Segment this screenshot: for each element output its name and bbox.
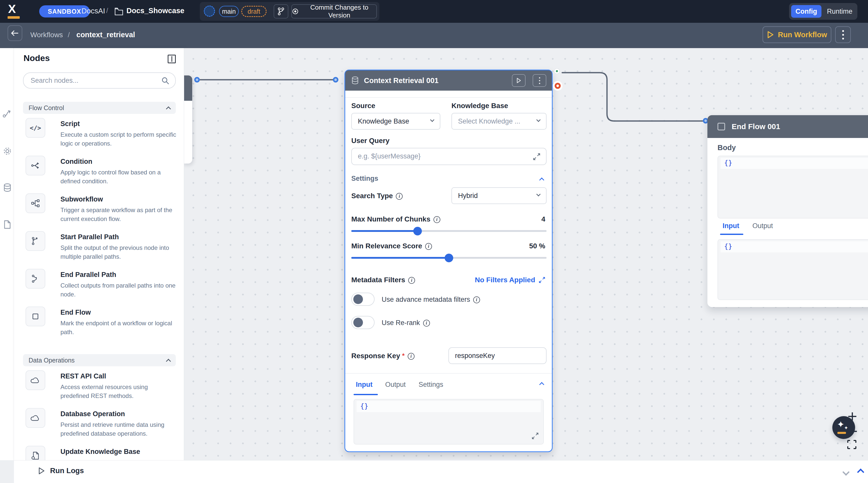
breadcrumb-separator: / bbox=[106, 7, 108, 15]
doc-update-icon bbox=[26, 446, 45, 460]
mode-toggle-group: Config Runtime bbox=[789, 3, 857, 20]
user-query-label: User Query bbox=[351, 137, 390, 145]
error-output-port[interactable] bbox=[553, 81, 562, 91]
info-icon[interactable]: i bbox=[408, 353, 414, 360]
database-icon bbox=[351, 76, 360, 85]
git-branch-button[interactable] bbox=[274, 4, 288, 19]
max-chunks-slider[interactable] bbox=[351, 227, 547, 235]
back-arrow-icon bbox=[11, 29, 19, 37]
chevron-down-icon bbox=[536, 118, 541, 122]
run-logs-toggle[interactable]: Run Logs bbox=[38, 466, 84, 475]
advance-filters-toggle-label: Use advance metadata filtersi bbox=[382, 296, 480, 304]
run-logs-label: Run Logs bbox=[50, 466, 84, 475]
response-key-input[interactable] bbox=[455, 350, 536, 362]
section-header-flow-control[interactable]: Flow Control bbox=[23, 102, 176, 114]
response-key-label: Response Key *i bbox=[351, 352, 414, 360]
mode-config-tab[interactable]: Config bbox=[791, 5, 822, 18]
end-flow-icon bbox=[26, 307, 45, 326]
collapse-logs-icon[interactable] bbox=[842, 468, 849, 476]
info-icon[interactable]: i bbox=[423, 320, 430, 326]
node-run-button[interactable] bbox=[512, 74, 526, 87]
context-retrieval-node[interactable]: Context Retrieval 001 Source Knowledge B… bbox=[344, 69, 553, 452]
min-score-slider[interactable] bbox=[351, 254, 547, 262]
info-icon[interactable]: i bbox=[433, 216, 440, 223]
workflows-rail-icon[interactable] bbox=[3, 109, 12, 120]
knowledge-base-rail-icon[interactable] bbox=[3, 183, 12, 193]
mode-runtime-tab[interactable]: Runtime bbox=[824, 5, 855, 18]
node-title: Context Retrieval 001 bbox=[364, 77, 439, 85]
advance-filters-toggle[interactable] bbox=[351, 293, 375, 306]
breadcrumb-project[interactable]: Docs_Showcase bbox=[126, 7, 184, 15]
play-icon bbox=[767, 31, 774, 39]
slider-knob[interactable] bbox=[445, 254, 453, 262]
tab-settings[interactable]: Settings bbox=[418, 381, 443, 389]
play-icon bbox=[38, 467, 45, 475]
info-icon[interactable]: i bbox=[473, 296, 480, 303]
documents-rail-icon[interactable] bbox=[3, 220, 12, 230]
subworkflow-icon bbox=[26, 193, 45, 213]
commit-changes-label: Commit Changes to Version bbox=[302, 4, 376, 19]
node-header[interactable]: End Flow 001 bbox=[707, 115, 868, 138]
version-control-group: main draft Commit Changes to Version bbox=[200, 2, 379, 21]
expand-icon[interactable] bbox=[533, 153, 540, 162]
info-icon[interactable]: i bbox=[396, 193, 403, 200]
body-code-area[interactable]: {} bbox=[717, 156, 868, 219]
run-workflow-button[interactable]: Run Workflow bbox=[763, 26, 831, 43]
io-collapse-icon[interactable] bbox=[539, 382, 544, 387]
collapse-panel-icon[interactable] bbox=[168, 55, 176, 63]
expand-icon bbox=[539, 277, 545, 283]
workflow-canvas[interactable]: Context Retrieval 001 Source Knowledge B… bbox=[184, 48, 868, 460]
draft-badge[interactable]: draft bbox=[241, 6, 267, 17]
ai-assistant-button[interactable]: ✦ ✦ bbox=[832, 416, 855, 439]
source-label: Source bbox=[351, 102, 375, 110]
node-search-box bbox=[23, 73, 176, 89]
node-header[interactable]: Context Retrieval 001 bbox=[345, 70, 552, 91]
chevron-up-icon bbox=[166, 106, 171, 111]
min-score-value: 50 % bbox=[529, 242, 545, 250]
rerank-toggle[interactable] bbox=[351, 316, 375, 329]
input-code-area[interactable]: {} bbox=[717, 239, 868, 300]
back-button[interactable] bbox=[8, 25, 22, 41]
success-output-port[interactable] bbox=[554, 68, 559, 74]
kebab-icon bbox=[842, 30, 844, 32]
folder-icon bbox=[114, 7, 123, 17]
no-filters-link[interactable]: No Filters Applied bbox=[475, 276, 545, 284]
tab-input[interactable]: Input bbox=[722, 222, 739, 230]
slider-knob[interactable] bbox=[413, 227, 422, 235]
info-icon[interactable]: i bbox=[425, 243, 432, 250]
hidden-upstream-node[interactable] bbox=[184, 76, 192, 164]
expand-logs-icon[interactable] bbox=[857, 468, 864, 476]
knowledge-base-label: Knowledge Base bbox=[452, 102, 508, 110]
node-title: End Flow 001 bbox=[732, 122, 780, 131]
node-menu-button[interactable] bbox=[533, 74, 546, 87]
tab-output[interactable]: Output bbox=[385, 381, 406, 389]
info-icon[interactable]: i bbox=[408, 277, 415, 284]
expand-icon[interactable] bbox=[532, 432, 539, 441]
fit-view-icon[interactable] bbox=[847, 439, 857, 451]
settings-collapse-icon[interactable] bbox=[539, 177, 544, 182]
search-type-dropdown[interactable]: Hybrid bbox=[452, 187, 547, 204]
app-logo[interactable]: X bbox=[8, 2, 16, 16]
git-branch-icon bbox=[277, 7, 285, 16]
left-icon-rail bbox=[0, 48, 14, 460]
end-flow-node[interactable]: End Flow 001 Body {} Input Output {} bbox=[707, 115, 868, 307]
commit-changes-button[interactable]: Commit Changes to Version bbox=[291, 4, 377, 19]
knowledge-base-dropdown[interactable]: Select Knowledge ... bbox=[452, 113, 547, 130]
chevron-down-icon bbox=[430, 118, 435, 122]
tab-input[interactable]: Input bbox=[356, 381, 373, 389]
edge-target-port[interactable] bbox=[333, 77, 338, 83]
avatar-placeholder-icon[interactable] bbox=[204, 6, 215, 17]
input-code-area[interactable]: {} bbox=[353, 399, 544, 445]
branch-badge[interactable]: main bbox=[219, 6, 239, 17]
node-search-input[interactable] bbox=[31, 75, 157, 87]
source-dropdown[interactable]: Knowledge Base bbox=[351, 113, 440, 130]
settings-rail-icon[interactable] bbox=[3, 146, 12, 157]
section-header-data-operations[interactable]: Data Operations bbox=[23, 354, 176, 366]
user-query-input[interactable] bbox=[358, 150, 509, 162]
hidden-upstream-node-header bbox=[184, 76, 192, 101]
tab-output[interactable]: Output bbox=[752, 222, 773, 230]
workflow-menu-button[interactable] bbox=[835, 26, 851, 43]
breadcrumb-app[interactable]: DocsAI bbox=[82, 7, 105, 15]
breadcrumb-workflows[interactable]: Workflows bbox=[30, 31, 63, 39]
edge-source-port[interactable] bbox=[194, 77, 200, 83]
